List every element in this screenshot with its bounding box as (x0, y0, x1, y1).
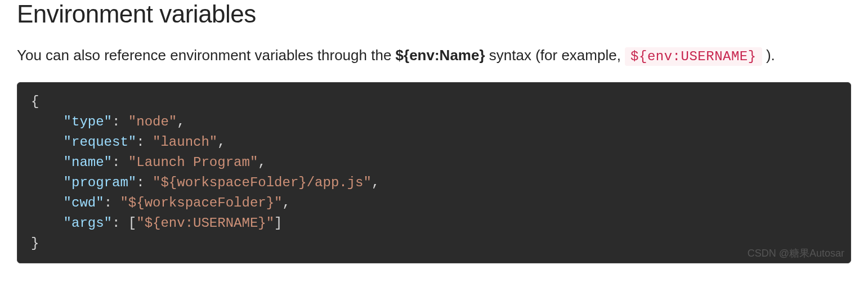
code-key-request: "request" (64, 134, 137, 150)
desc-text-pre: You can also reference environment varia… (17, 47, 396, 64)
section-description: You can also reference environment varia… (17, 44, 851, 68)
code-val-name: "Launch Program" (128, 155, 258, 170)
code-val-type: "node" (128, 114, 177, 129)
code-block: { "type": "node", "request": "launch", "… (17, 82, 851, 263)
code-val-args: "${env:USERNAME}" (136, 216, 274, 231)
code-brace-close: } (31, 236, 39, 251)
code-val-request: "launch" (153, 134, 217, 150)
code-key-name: "name" (64, 155, 112, 170)
code-key-args: "args" (64, 216, 112, 231)
desc-text-post: ). (762, 47, 775, 64)
section-heading: Environment variables (17, 0, 851, 28)
code-val-cwd: "${workspaceFolder}" (120, 195, 282, 210)
code-brace-open: { (31, 94, 39, 109)
desc-inline-code: ${env:USERNAME} (625, 47, 762, 66)
code-key-type: "type" (64, 114, 112, 129)
code-key-program: "program" (64, 175, 137, 190)
code-val-program: "${workspaceFolder}/app.js" (153, 175, 372, 190)
desc-bold-syntax: ${env:Name} (396, 47, 485, 64)
code-key-cwd: "cwd" (64, 195, 104, 210)
desc-text-mid: syntax (for example, (485, 47, 625, 64)
